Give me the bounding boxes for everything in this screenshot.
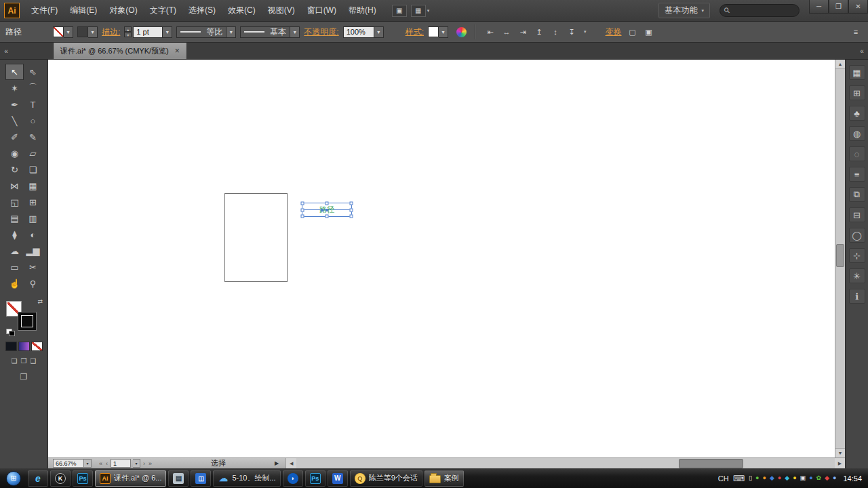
tray-icon[interactable]: ✿ (816, 475, 822, 481)
fill-swatch[interactable] (53, 26, 64, 37)
selection-tool[interactable]: ↖ (5, 64, 24, 80)
center-point[interactable] (326, 209, 328, 211)
direct-selection-tool[interactable]: ⇖ (24, 64, 42, 80)
panel-symbols[interactable]: ◍ (849, 126, 865, 141)
chevron-down-icon[interactable]: ▾ (84, 459, 92, 468)
gradient-tool[interactable]: ▥ (24, 210, 42, 226)
anchor-point[interactable] (321, 209, 323, 211)
arrange-documents-dropdown-icon[interactable]: ▾ (427, 8, 430, 14)
document-icon[interactable]: ▣ (392, 5, 407, 17)
panel-pathfinder[interactable]: ✳ (849, 268, 865, 283)
brush-definition-dropdown[interactable]: 基本 ▾ (240, 26, 300, 38)
task-photoshop-2[interactable]: Ps (305, 470, 326, 487)
task-thunder[interactable]: ◗ (283, 470, 303, 487)
menu-item[interactable]: 视图(V) (262, 0, 301, 21)
menu-item[interactable]: 效果(C) (222, 0, 262, 21)
close-button[interactable]: ✕ (848, 0, 868, 14)
tray-icon[interactable]: ▣ (800, 475, 806, 481)
document-tab[interactable]: 课件.ai* @ 66.67% (CMYK/预览) × (53, 43, 187, 59)
ellipse-tool[interactable]: ○ (24, 113, 42, 129)
selection-handle[interactable] (301, 208, 304, 211)
chevron-down-icon[interactable]: ▾ (88, 26, 98, 38)
panel-color-guide[interactable]: ⊞ (849, 85, 865, 100)
workspace-switcher[interactable]: 基本功能 ▾ (658, 3, 710, 18)
scroll-right-icon[interactable]: ▶ (835, 458, 845, 469)
symbol-sprayer-tool[interactable]: ☁ (5, 243, 24, 259)
column-graph-tool[interactable]: ▂▆ (24, 243, 42, 259)
slice-tool[interactable]: ✂ (24, 259, 42, 275)
selection-handle[interactable] (301, 215, 304, 218)
stroke-swatch-dropdown[interactable]: ▾ (77, 26, 98, 38)
search-box[interactable]: ⚲ (719, 4, 800, 17)
style-swatch-dropdown[interactable]: ▾ (428, 26, 448, 38)
tray-icon[interactable]: ● (755, 475, 759, 481)
task-folder-anli[interactable]: 案例 (425, 470, 464, 487)
last-artboard-button[interactable]: » (148, 460, 153, 467)
zoom-combo[interactable]: 66.67% ▾ (53, 459, 92, 468)
task-ie[interactable]: e (28, 470, 48, 487)
stroke-swatch[interactable] (77, 26, 88, 37)
perspective-grid-tool[interactable]: ⊞ (24, 194, 42, 210)
panel-info[interactable]: ℹ (849, 289, 865, 304)
task-w-app[interactable]: W (328, 470, 348, 487)
select-similar-icon[interactable]: ▣ (642, 26, 656, 38)
menu-item[interactable]: 窗口(W) (301, 0, 342, 21)
next-artboard-button[interactable]: › (142, 460, 146, 467)
selected-text-object[interactable]: 路径 (302, 203, 352, 217)
opacity-combo[interactable]: 100% ▾ (343, 26, 384, 38)
scroll-up-icon[interactable]: ▲ (835, 60, 845, 69)
align-bottom-icon[interactable]: ↧ (565, 26, 578, 38)
free-transform-tool[interactable]: ▦ (24, 178, 42, 194)
chevron-down-icon[interactable]: ▾ (226, 26, 236, 38)
selection-handle[interactable] (301, 202, 304, 205)
paintbrush-tool[interactable]: ✐ (5, 129, 24, 145)
selection-handle[interactable] (326, 215, 329, 218)
draw-inside-mode-button[interactable]: ❑ (30, 357, 36, 365)
stepper-down-icon[interactable]: ▾ (124, 32, 132, 37)
panel-stroke[interactable]: ≡ (849, 167, 865, 182)
shape-builder-tool[interactable]: ◱ (5, 194, 24, 210)
color-button[interactable] (5, 342, 17, 351)
opacity-panel-link[interactable]: 不透明度: (304, 26, 338, 38)
first-artboard-button[interactable]: « (98, 460, 103, 467)
tray-icon[interactable]: ● (793, 475, 796, 481)
width-profile-dropdown[interactable]: 等比 ▾ (176, 26, 236, 38)
panel-artboards[interactable]: ⊟ (849, 207, 865, 222)
fill-swatch-dropdown[interactable]: ▾ (53, 26, 73, 38)
menu-item[interactable]: 选择(S) (182, 0, 222, 21)
menu-item[interactable]: 对象(O) (103, 0, 143, 21)
align-right-icon[interactable]: ⇥ (516, 26, 530, 38)
scroll-left-icon[interactable]: ◀ (286, 458, 296, 469)
stroke-width-field[interactable]: 1 pt (133, 26, 163, 38)
horizontal-scrollbar[interactable]: ◀ ▶ (285, 458, 845, 469)
start-button[interactable]: ⊞ (1, 469, 26, 487)
menu-item[interactable]: 帮助(H) (342, 0, 382, 21)
search-input[interactable] (732, 7, 792, 15)
menu-item[interactable]: 编辑(E) (64, 0, 103, 21)
language-indicator[interactable]: CH (718, 474, 729, 483)
task-kugou[interactable]: K (50, 470, 71, 487)
close-tab-icon[interactable]: × (175, 46, 180, 56)
blend-tool[interactable]: ◐ (24, 226, 42, 243)
panel-transparency[interactable]: ◌ (849, 146, 865, 161)
selection-handle[interactable] (326, 202, 329, 205)
keyboard-icon[interactable]: ⌨ (733, 474, 745, 483)
align-top-icon[interactable]: ↥ (532, 26, 546, 38)
panel-align[interactable]: ⊹ (849, 248, 865, 263)
expand-panels-icon[interactable]: « (856, 43, 868, 59)
minimize-button[interactable]: ─ (809, 0, 829, 14)
horizontal-scrollbar-thumb[interactable] (679, 459, 743, 468)
align-dropdown-icon[interactable]: ▾ (584, 29, 587, 35)
panel-appearance[interactable]: ◯ (849, 228, 865, 243)
align-center-horizontal-icon[interactable]: ↔ (500, 26, 513, 38)
task-video-player[interactable]: ☁ 5-10、绘制... (213, 470, 280, 487)
panel-layers[interactable]: ⧉ (849, 187, 865, 202)
chevron-down-icon[interactable]: ▾ (290, 26, 300, 38)
stroke-width-combo[interactable]: ▴▾ 1 pt ▾ (124, 26, 172, 38)
hand-tool[interactable]: ☝ (5, 275, 24, 291)
panel-brushes[interactable]: ♣ (849, 106, 865, 121)
stepper-up-icon[interactable]: ▴ (124, 26, 132, 32)
stroke-swatch-black[interactable] (18, 312, 37, 331)
artboard[interactable] (224, 193, 288, 282)
zoom-tool[interactable]: ⚲ (24, 275, 42, 291)
